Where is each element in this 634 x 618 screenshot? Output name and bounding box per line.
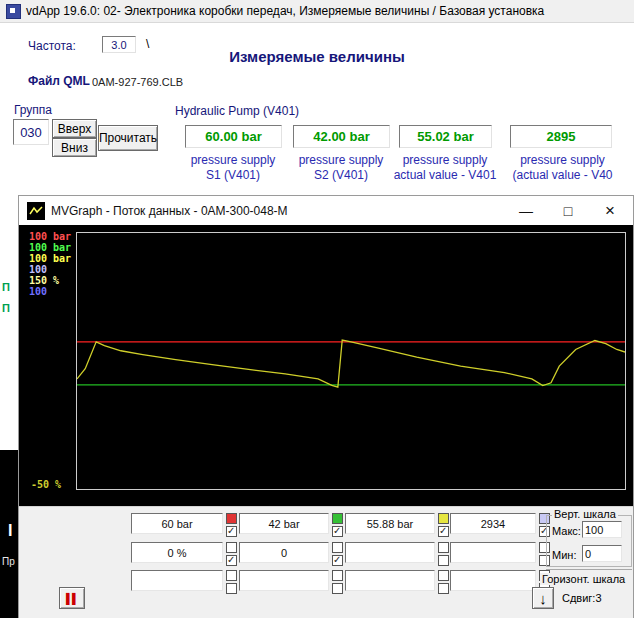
pause-button[interactable]: ▌▌ <box>59 587 85 609</box>
chart-scale-labels: 100 bar 100 bar 100 bar 100 150 % 100 <box>29 231 71 297</box>
channel-value-box <box>345 570 435 591</box>
channel-cell: 0 % <box>131 542 237 566</box>
group-up-button[interactable]: Вверх <box>52 119 97 138</box>
channel-cell <box>345 570 449 594</box>
scale-label: 100 bar <box>29 253 71 264</box>
channel-color-swatch <box>438 570 449 581</box>
channel-value-box <box>450 542 536 563</box>
measurement-value-1: 60.00 bar <box>185 125 282 148</box>
channel-checkbox[interactable] <box>226 555 237 566</box>
channel-cell: 60 bar <box>131 513 237 537</box>
max-label: Макс: <box>550 525 583 537</box>
occluded-text-fragment: П <box>2 302 10 314</box>
maximize-button[interactable]: □ <box>549 196 587 225</box>
channel-value-box <box>345 542 435 563</box>
vertical-scale-label: Верт. шкала <box>552 508 618 520</box>
background-window-text: I <box>8 522 12 540</box>
horizontal-scale-label: Горизонт. шкала <box>540 573 627 585</box>
channel-cell: 0 <box>239 542 343 566</box>
channel-checkbox[interactable] <box>438 583 449 594</box>
measurement-value-3: 55.02 bar <box>399 125 492 148</box>
page-title: Измеряемые величины <box>0 48 634 65</box>
channel-value-box: 2934 <box>450 513 536 534</box>
scale-label-bottom: -50 % <box>31 479 61 490</box>
scale-label: 100 bar <box>29 242 71 253</box>
measurement-label-4: pressure supply(actual value - V40 <box>491 153 634 183</box>
channel-color-swatch <box>226 570 237 581</box>
channel-cell: 2934 <box>450 513 550 537</box>
minimize-button[interactable]: — <box>507 196 545 225</box>
channel-color-swatch <box>226 542 237 553</box>
vdapp-titlebar[interactable]: vdApp 19.6.0: 02- Электроника коробки пе… <box>0 0 634 23</box>
channel-color-swatch <box>332 570 343 581</box>
file-name: 0AM-927-769.CLB <box>92 76 183 88</box>
background-window-text: Пр <box>2 556 15 567</box>
vdapp-window-icon <box>6 4 21 19</box>
channel-checkbox[interactable] <box>438 555 449 566</box>
group-read-button[interactable]: Прочитать <box>98 125 158 151</box>
channel-cell: 42 bar <box>239 513 343 537</box>
group-down-button[interactable]: Вниз <box>52 138 97 157</box>
channel-value-box: 55.88 bar <box>345 513 435 534</box>
channel-checkbox[interactable] <box>332 583 343 594</box>
channel-checkbox[interactable] <box>438 526 449 537</box>
scale-label: 150 % <box>29 275 71 286</box>
measurement-value-2: 42.00 bar <box>293 125 390 148</box>
screen: vdApp 19.6.0: 02- Электроника коробки пе… <box>0 0 634 618</box>
channel-value-box <box>239 570 329 591</box>
channel-cell <box>131 570 237 594</box>
mvgraph-titlebar[interactable]: MVGraph - Поток данных - 0AM-300-048-M —… <box>19 196 633 225</box>
channel-value-box: 0 % <box>131 542 223 563</box>
panel-divider <box>546 569 632 570</box>
shift-label: Сдвиг:3 <box>560 592 604 604</box>
channel-value-box <box>450 570 536 591</box>
group-label: Группа <box>14 103 52 117</box>
channel-cell <box>345 542 449 566</box>
channel-color-swatch <box>438 542 449 553</box>
mvgraph-window: MVGraph - Поток данных - 0AM-300-048-M —… <box>18 195 634 618</box>
file-label: Файл QML <box>28 74 90 88</box>
channel-color-swatch <box>226 513 237 524</box>
chart-plot <box>76 232 626 490</box>
channel-cell <box>239 570 343 594</box>
channel-value-box: 42 bar <box>239 513 329 534</box>
shift-down-arrow-button[interactable]: ↓ <box>532 587 554 609</box>
mvgraph-window-icon <box>27 202 45 220</box>
scale-label: 100 bar <box>29 231 71 242</box>
close-button[interactable]: × <box>591 196 629 225</box>
scale-label: 100 <box>29 264 71 275</box>
channel-checkbox[interactable] <box>332 526 343 537</box>
min-input[interactable] <box>582 545 622 562</box>
channel-value-box: 0 <box>239 542 329 563</box>
channel-color-swatch <box>438 513 449 524</box>
chart-area: 100 bar 100 bar 100 bar 100 150 % 100 -5… <box>19 225 633 506</box>
channel-value-box <box>131 570 223 591</box>
channel-cell <box>450 542 550 566</box>
pause-icon: ▌▌ <box>66 593 78 604</box>
max-input[interactable] <box>582 521 622 538</box>
min-label: Мин: <box>550 549 578 561</box>
vdapp-window-title: vdApp 19.6.0: 02- Электроника коробки пе… <box>26 4 544 18</box>
graph-plot-svg <box>77 233 625 489</box>
channel-checkbox[interactable] <box>226 526 237 537</box>
measurement-value-4: 2895 <box>510 125 612 148</box>
occluded-text-fragment: П <box>2 281 10 293</box>
channel-checkbox[interactable] <box>226 583 237 594</box>
mvgraph-window-title: MVGraph - Поток данных - 0AM-300-048-M <box>51 204 288 218</box>
group-number-field[interactable]: 030 <box>13 119 49 145</box>
channel-checkbox[interactable] <box>332 555 343 566</box>
section-title: Hydraulic Pump (V401) <box>175 104 299 118</box>
channel-cell: 55.88 bar <box>345 513 449 537</box>
channel-color-swatch <box>332 513 343 524</box>
channel-panel: 60 bar 42 bar 55.88 bar 2934 0 % 0 <box>19 506 633 618</box>
channel-value-box: 60 bar <box>131 513 223 534</box>
scale-label: 100 <box>29 286 71 297</box>
channel-color-swatch <box>332 542 343 553</box>
